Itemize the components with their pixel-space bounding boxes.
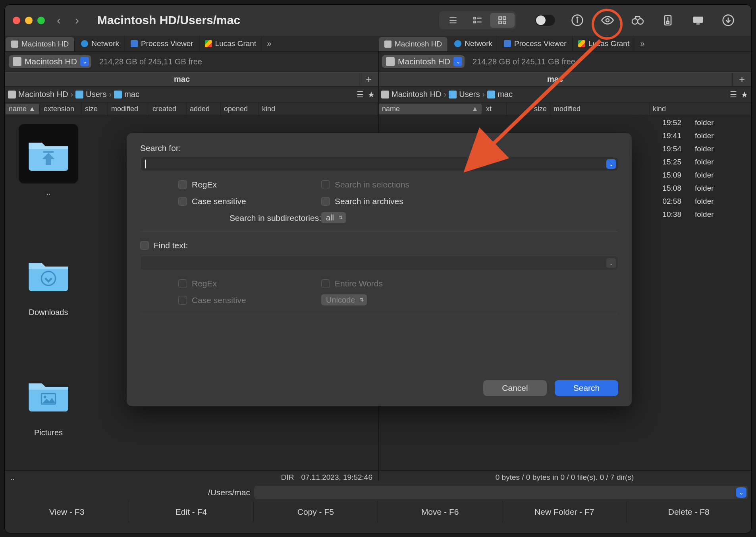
list-toggle-right[interactable]: ☰ — [730, 90, 737, 99]
fkey-edit[interactable]: Edit - F4 — [129, 501, 253, 523]
tab-right-2[interactable]: Process Viewer — [498, 36, 573, 51]
svg-rect-19 — [667, 21, 669, 23]
free-space-left: 214,28 GB of 245,11 GB free — [99, 57, 202, 66]
fav-left[interactable]: ★ — [368, 90, 375, 99]
new-tab-right[interactable]: + — [732, 73, 751, 85]
drive-select-right[interactable]: Macintosh HD⌄ — [382, 55, 465, 68]
tabs-row: Macintosh HD Network Process Viewer Luca… — [5, 36, 751, 52]
item-pictures[interactable]: Pictures — [13, 365, 84, 437]
crumb-right-2[interactable]: mac — [487, 90, 513, 99]
col-left-created[interactable]: created — [149, 102, 187, 116]
svg-rect-23 — [43, 151, 54, 153]
free-space-right: 214,28 GB of 245,11 GB free — [472, 57, 575, 66]
crumb-right-1[interactable]: Users — [449, 90, 480, 99]
fkey-view[interactable]: View - F3 — [5, 501, 129, 523]
list-toggle-left[interactable]: ☰ — [357, 90, 364, 99]
desktop-icon[interactable] — [688, 14, 708, 27]
item-downloads[interactable]: Downloads — [13, 244, 84, 317]
item-parent[interactable]: .. — [13, 124, 84, 197]
drive-select-left[interactable]: Macintosh HD⌄ — [9, 55, 91, 68]
tab-right-3[interactable]: Lucas Grant — [573, 36, 636, 51]
minimize-window-button[interactable] — [25, 17, 33, 24]
preview-icon[interactable] — [598, 14, 617, 27]
path-label: /Users/mac — [8, 488, 254, 497]
download-icon[interactable] — [719, 14, 738, 27]
command-input[interactable]: ⌄ — [254, 486, 748, 499]
check-regex[interactable]: RegEx — [178, 180, 321, 189]
col-right-kind[interactable]: kind — [650, 102, 751, 116]
col-left-opened[interactable]: opened — [221, 102, 259, 116]
col-right-mod[interactable]: modified — [550, 102, 650, 116]
col-left-kind[interactable]: kind — [259, 102, 378, 116]
svg-rect-10 — [503, 21, 506, 23]
check-archives[interactable]: Search in archives — [321, 197, 464, 206]
col-left-added[interactable]: added — [187, 102, 221, 116]
subdir-select[interactable]: all⇅ — [321, 212, 346, 223]
view-list-button[interactable] — [441, 13, 465, 28]
search-for-label: Search for: — [140, 143, 618, 153]
view-icons-button[interactable] — [490, 13, 515, 28]
fkey-move[interactable]: Move - F6 — [378, 501, 502, 523]
fkey-copy[interactable]: Copy - F5 — [254, 501, 378, 523]
svg-point-13 — [577, 17, 578, 18]
col-right-name[interactable]: name▲ — [379, 104, 482, 114]
view-mode-group — [439, 11, 516, 29]
search-binoculars-icon[interactable] — [628, 14, 647, 27]
svg-rect-8 — [503, 17, 506, 19]
table-row[interactable]: 19:52folder — [378, 116, 751, 129]
check-case[interactable]: Case sensitive — [178, 197, 321, 206]
status-right: 0 bytes / 0 bytes in 0 / 0 file(s). 0 / … — [496, 473, 634, 482]
check-selections: Search in selections — [321, 180, 464, 189]
tab-left-3[interactable]: Lucas Grant — [199, 36, 262, 51]
tab-left-1[interactable]: Network — [75, 36, 125, 51]
dark-mode-toggle[interactable] — [535, 15, 555, 26]
svg-rect-7 — [499, 17, 501, 19]
fkey-delete[interactable]: Delete - F8 — [627, 501, 751, 523]
crumb-left-0[interactable]: Macintosh HD — [8, 90, 68, 99]
col-right-ext[interactable]: xt — [483, 102, 507, 116]
col-right-size[interactable]: size — [507, 102, 550, 116]
titlebar: ‹ › Macintosh HD/Users/mac — [5, 5, 751, 36]
col-left-ext[interactable]: extension — [40, 102, 82, 116]
window-title: Macintosh HD/Users/mac — [97, 14, 240, 27]
tab-right-0[interactable]: Macintosh HD — [379, 37, 448, 51]
archive-icon[interactable] — [658, 14, 677, 27]
cancel-button[interactable]: Cancel — [483, 380, 547, 396]
fav-right[interactable]: ★ — [741, 90, 748, 99]
col-left-mod[interactable]: modified — [108, 102, 149, 116]
status-left-date: 07.11.2023, 19:52:46 — [301, 473, 372, 482]
col-left-size[interactable]: size — [82, 102, 108, 116]
panel-header-left: mac — [5, 75, 359, 84]
crumb-right-0[interactable]: Macintosh HD — [381, 90, 442, 99]
col-left-name[interactable]: name ▲ — [6, 104, 40, 114]
svg-rect-20 — [693, 17, 703, 23]
svg-rect-3 — [474, 17, 475, 19]
command-dropdown[interactable]: ⌄ — [736, 487, 746, 498]
tab-left-0[interactable]: Macintosh HD — [6, 37, 75, 51]
tabs-left-more[interactable]: » — [262, 36, 276, 51]
tabs-right-more[interactable]: » — [635, 36, 650, 51]
svg-point-15 — [632, 19, 638, 24]
encoding-select: Unicode⇅ — [321, 294, 367, 305]
find-text-dropdown: ⌄ — [606, 258, 616, 268]
fkey-newfolder[interactable]: New Folder - F7 — [502, 501, 627, 523]
info-icon[interactable] — [568, 14, 587, 27]
svg-rect-4 — [474, 21, 475, 23]
svg-rect-21 — [696, 23, 700, 25]
zoom-window-button[interactable] — [37, 17, 45, 24]
nav-back-button[interactable]: ‹ — [57, 14, 61, 27]
fkey-bar: View - F3 Edit - F4 Copy - F5 Move - F6 … — [5, 501, 751, 523]
panel-header-right: mac — [378, 75, 732, 84]
new-tab-left[interactable]: + — [359, 73, 378, 85]
crumb-left-2[interactable]: mac — [114, 90, 139, 99]
tab-right-1[interactable]: Network — [449, 36, 498, 51]
view-columns-button[interactable] — [465, 13, 490, 28]
tab-left-2[interactable]: Process Viewer — [125, 36, 199, 51]
close-window-button[interactable] — [13, 17, 20, 24]
search-history-dropdown[interactable]: ⌄ — [606, 159, 616, 169]
nav-forward-button[interactable]: › — [75, 14, 79, 27]
search-for-input[interactable]: ⌄ — [140, 157, 618, 171]
crumb-left-1[interactable]: Users — [75, 90, 106, 99]
search-button[interactable]: Search — [555, 380, 618, 396]
check-find-text[interactable]: Find text: — [140, 241, 618, 250]
